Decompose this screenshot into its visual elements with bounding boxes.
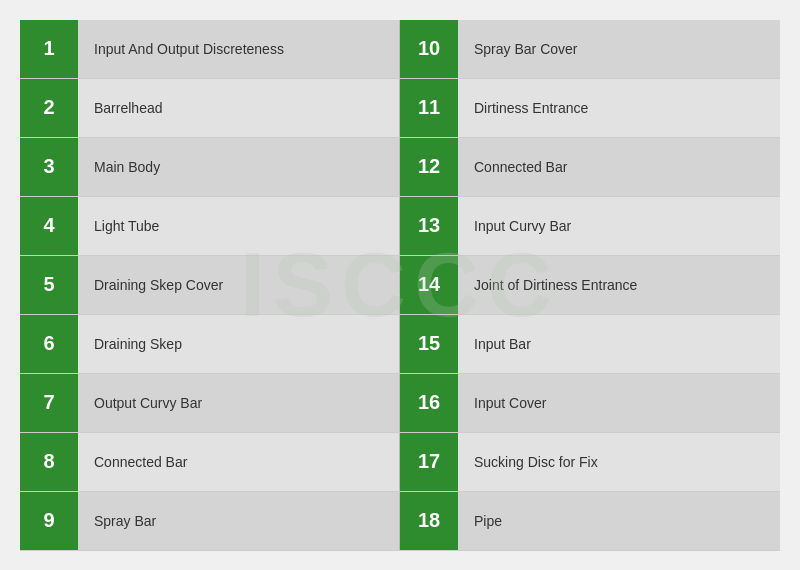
table-grid: 1Input And Output Discreteness2Barrelhea… xyxy=(20,20,780,551)
table-row: 16Input Cover xyxy=(400,374,780,433)
table-row: 6Draining Skep xyxy=(20,315,400,374)
item-number: 12 xyxy=(400,138,458,196)
item-label: Connected Bar xyxy=(78,433,400,491)
item-label: Pipe xyxy=(458,492,780,550)
item-number: 13 xyxy=(400,197,458,255)
item-label: Input Bar xyxy=(458,315,780,373)
item-label: Light Tube xyxy=(78,197,400,255)
table-row: 2Barrelhead xyxy=(20,79,400,138)
item-label: Dirtiness Entrance xyxy=(458,79,780,137)
item-label: Sucking Disc for Fix xyxy=(458,433,780,491)
table-row: 10Spray Bar Cover xyxy=(400,20,780,79)
item-number: 11 xyxy=(400,79,458,137)
item-number: 7 xyxy=(20,374,78,432)
table-row: 15Input Bar xyxy=(400,315,780,374)
item-number: 17 xyxy=(400,433,458,491)
item-number: 3 xyxy=(20,138,78,196)
table-row: 3Main Body xyxy=(20,138,400,197)
item-number: 9 xyxy=(20,492,78,550)
item-number: 1 xyxy=(20,20,78,78)
item-number: 18 xyxy=(400,492,458,550)
table-row: 7Output Curvy Bar xyxy=(20,374,400,433)
item-label: Input Cover xyxy=(458,374,780,432)
item-number: 6 xyxy=(20,315,78,373)
item-label: Output Curvy Bar xyxy=(78,374,400,432)
item-label: Connected Bar xyxy=(458,138,780,196)
item-label: Spray Bar Cover xyxy=(458,20,780,78)
table-row: 18Pipe xyxy=(400,492,780,551)
table-row: 5Draining Skep Cover xyxy=(20,256,400,315)
table-row: 4Light Tube xyxy=(20,197,400,256)
item-label: Barrelhead xyxy=(78,79,400,137)
table-row: 17Sucking Disc for Fix xyxy=(400,433,780,492)
table-row: 13Input Curvy Bar xyxy=(400,197,780,256)
table-row: 8Connected Bar xyxy=(20,433,400,492)
item-number: 8 xyxy=(20,433,78,491)
table-row: 11Dirtiness Entrance xyxy=(400,79,780,138)
item-label: Joint of Dirtiness Entrance xyxy=(458,256,780,314)
table-row: 14Joint of Dirtiness Entrance xyxy=(400,256,780,315)
table-row: 9Spray Bar xyxy=(20,492,400,551)
item-label: Input Curvy Bar xyxy=(458,197,780,255)
item-number: 15 xyxy=(400,315,458,373)
left-column: 1Input And Output Discreteness2Barrelhea… xyxy=(20,20,400,551)
item-number: 5 xyxy=(20,256,78,314)
item-number: 4 xyxy=(20,197,78,255)
table-row: 12Connected Bar xyxy=(400,138,780,197)
right-column: 10Spray Bar Cover11Dirtiness Entrance12C… xyxy=(400,20,780,551)
item-label: Input And Output Discreteness xyxy=(78,20,400,78)
item-number: 14 xyxy=(400,256,458,314)
table-row: 1Input And Output Discreteness xyxy=(20,20,400,79)
item-label: Draining Skep xyxy=(78,315,400,373)
item-number: 10 xyxy=(400,20,458,78)
item-label: Draining Skep Cover xyxy=(78,256,400,314)
item-label: Spray Bar xyxy=(78,492,400,550)
parts-table: ISCCC 1Input And Output Discreteness2Bar… xyxy=(20,20,780,551)
item-number: 16 xyxy=(400,374,458,432)
item-number: 2 xyxy=(20,79,78,137)
item-label: Main Body xyxy=(78,138,400,196)
